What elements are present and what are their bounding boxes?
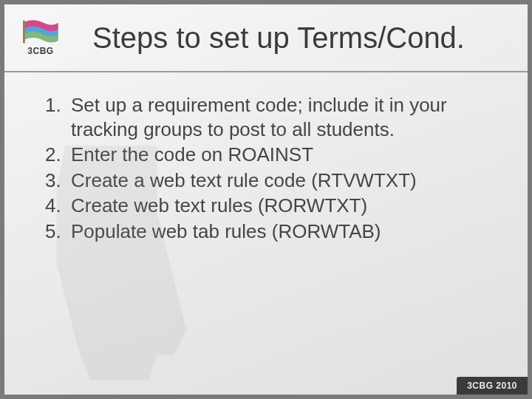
logo-text: 3CBG	[27, 46, 53, 56]
flag-icon	[21, 19, 60, 44]
steps-list: Set up a requirement code; include it in…	[35, 93, 497, 243]
list-item: Set up a requirement code; include it in…	[66, 93, 497, 141]
list-item: Enter the code on ROAINST	[66, 143, 497, 167]
svg-rect-0	[23, 21, 25, 44]
list-item: Populate web tab rules (RORWTAB)	[66, 219, 497, 244]
list-item: Create a web text rule code (RTVWTXT)	[66, 168, 497, 193]
footer-badge: 3CBG 2010	[457, 377, 528, 395]
header: 3CBG Steps to set up Terms/Cond.	[4, 4, 528, 72]
slide: 3CBG Steps to set up Terms/Cond. Set up …	[0, 0, 532, 399]
page-title: Steps to set up Terms/Cond.	[66, 21, 528, 55]
logo: 3CBG	[15, 12, 66, 64]
body: Set up a requirement code; include it in…	[4, 72, 528, 243]
list-item: Create web text rules (RORWTXT)	[66, 194, 497, 218]
